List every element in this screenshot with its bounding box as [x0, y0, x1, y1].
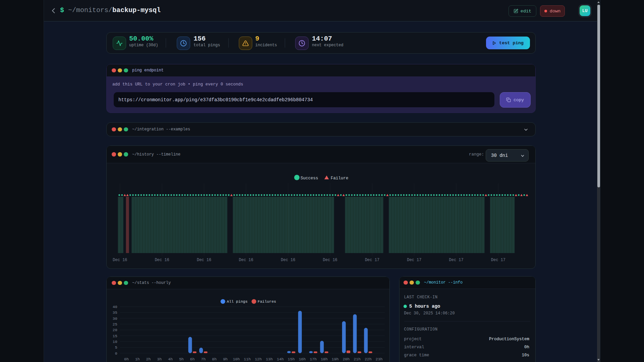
- svg-text:Success: Success: [301, 176, 318, 181]
- svg-text:Dec 17: Dec 17: [491, 258, 505, 262]
- svg-text:4h: 4h: [168, 357, 173, 361]
- svg-text:2h: 2h: [146, 357, 151, 361]
- svg-text:12h: 12h: [255, 357, 262, 361]
- svg-text:Dec 16: Dec 16: [197, 258, 211, 262]
- svg-text:5h: 5h: [179, 357, 184, 361]
- svg-text:3h: 3h: [157, 357, 162, 361]
- svg-text:Dec 16: Dec 16: [239, 258, 253, 262]
- svg-text:Failure: Failure: [331, 176, 348, 181]
- svg-text:35: 35: [113, 310, 117, 315]
- svg-text:11h: 11h: [244, 357, 251, 361]
- svg-text:All pings: All pings: [227, 299, 248, 304]
- svg-text:21h: 21h: [354, 357, 361, 361]
- svg-text:13h: 13h: [266, 357, 273, 361]
- svg-text:7h: 7h: [201, 357, 206, 361]
- svg-text:Dec 17: Dec 17: [407, 258, 421, 262]
- svg-text:19h: 19h: [332, 357, 339, 361]
- svg-text:30: 30: [113, 316, 117, 321]
- svg-text:18h: 18h: [321, 357, 328, 361]
- svg-text:Failures: Failures: [258, 299, 276, 304]
- svg-text:6h: 6h: [190, 357, 195, 361]
- svg-text:10: 10: [113, 340, 117, 344]
- svg-text:Dec 16: Dec 16: [281, 258, 295, 262]
- svg-text:20h: 20h: [343, 357, 350, 361]
- svg-text:20: 20: [113, 328, 117, 332]
- svg-text:5: 5: [115, 345, 117, 350]
- svg-text:22h: 22h: [365, 357, 372, 361]
- svg-text:15: 15: [113, 334, 117, 338]
- svg-text:17h: 17h: [310, 357, 317, 361]
- svg-text:15h: 15h: [288, 357, 295, 361]
- svg-text:23h: 23h: [376, 357, 383, 361]
- svg-text:40: 40: [113, 305, 117, 309]
- svg-text:0: 0: [115, 351, 117, 356]
- svg-text:9h: 9h: [223, 357, 228, 361]
- svg-text:0h: 0h: [124, 357, 129, 361]
- svg-text:Dec 17: Dec 17: [449, 258, 463, 262]
- svg-text:16h: 16h: [299, 357, 306, 361]
- svg-text:Dec 16: Dec 16: [155, 258, 169, 262]
- svg-text:Dec 17: Dec 17: [365, 258, 379, 262]
- svg-text:Dec 16: Dec 16: [113, 258, 127, 262]
- svg-text:10h: 10h: [233, 357, 240, 361]
- svg-text:25: 25: [113, 322, 117, 326]
- svg-text:14h: 14h: [277, 357, 284, 361]
- svg-text:1h: 1h: [135, 357, 140, 361]
- svg-text:Dec 16: Dec 16: [323, 258, 337, 262]
- svg-text:8h: 8h: [212, 357, 217, 361]
